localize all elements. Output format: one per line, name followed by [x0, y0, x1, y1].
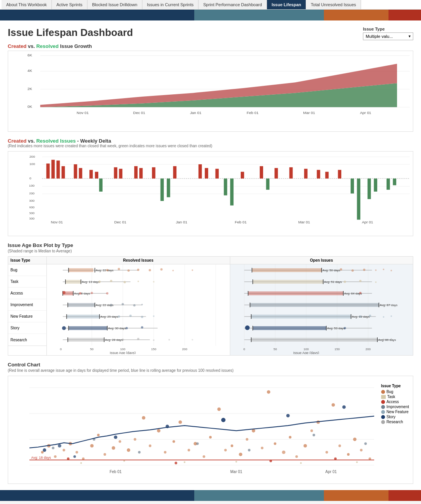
- section3-title: Issue Age Box Plot by Type: [8, 242, 413, 248]
- section1-resolved: Resolved: [36, 43, 59, 49]
- legend-bug: Bug: [381, 390, 409, 394]
- bar-pos-1: [46, 163, 50, 179]
- x-label-dec: Dec 01: [133, 111, 145, 115]
- access-dot-2: [79, 292, 81, 295]
- impr-dot-4: [141, 304, 143, 305]
- x-label-nov: Nov 01: [77, 111, 89, 115]
- stripe-blue: [0, 10, 194, 20]
- research-avg-open: Avg: 86 days: [378, 338, 396, 342]
- delta-y-n300: -300: [29, 199, 35, 202]
- cc-dot-37: [303, 444, 307, 448]
- filter-select-wrap[interactable]: Multiple valu... Bug Task Access Improve…: [363, 32, 413, 40]
- cc-acc-4: [334, 457, 337, 460]
- cc-dot-36: [295, 455, 298, 458]
- cc-dot-26: [224, 449, 227, 451]
- o-nf-dot-4: [390, 315, 392, 317]
- o-access-dot-1: [359, 292, 361, 294]
- delta-y-100: 100: [29, 162, 35, 165]
- cc-dot-9: [97, 434, 100, 436]
- tab-issue-lifespan[interactable]: Issue Lifespan: [267, 0, 306, 9]
- bar-pos-9: [114, 167, 117, 179]
- nf-dot-1: [118, 315, 120, 318]
- access-avg-resolved: Avg: 8 days: [74, 292, 90, 295]
- tab-active-sprints[interactable]: Active Sprints: [52, 0, 87, 9]
- bottom-stripe-orange: [324, 490, 388, 501]
- cc-dot-7: [82, 457, 85, 460]
- cc-dot-42: [339, 444, 341, 447]
- o-bug-dot-5: [383, 269, 384, 270]
- cc-task-4: [235, 461, 237, 462]
- delta-y-n400: -400: [29, 206, 35, 209]
- delta-chart-container: Issue Count Delta 200 100 0 -100 -200 -3…: [8, 151, 413, 236]
- label-task: Task: [8, 276, 46, 288]
- o-story-dot-1: [245, 325, 250, 330]
- y-label-2k: 2K: [27, 87, 33, 90]
- tab-total-unresolved[interactable]: Total Unresolved Issues: [306, 0, 361, 9]
- bar-pos-22: [304, 169, 308, 179]
- issue-type-select[interactable]: Multiple valu... Bug Task Access Improve…: [363, 32, 413, 40]
- section2-created: Created: [8, 138, 26, 144]
- impr-dot-2: [122, 303, 124, 305]
- cc-dot-8: [90, 444, 94, 448]
- bug-box-open: [252, 268, 322, 272]
- box-x-200: 200: [182, 347, 188, 351]
- nf-dot-4: [153, 315, 154, 317]
- improvement-box-resolved: [68, 303, 95, 307]
- growth-chart-svg: 6K 4K 2K 0K Total Issue Count Nov 01 Dec…: [27, 53, 410, 120]
- bug-dot-8: [192, 269, 193, 271]
- section1-created: Created: [8, 43, 26, 49]
- delta-y-n200: -200: [29, 192, 35, 195]
- access-dot-1: [62, 291, 65, 294]
- newfeature-box-open: [251, 315, 351, 318]
- y-label-0k: 0K: [27, 105, 33, 109]
- open-x-50: 50: [273, 347, 277, 351]
- cc-impr-6: [313, 434, 315, 436]
- access-avg-open: Avg: 64 days: [344, 292, 362, 295]
- cc-dot-31: [261, 447, 264, 450]
- task-dot-1: [98, 281, 101, 283]
- bar-pos-11: [134, 166, 138, 179]
- cc-impr-5: [248, 449, 251, 451]
- o-bug-dot-3: [363, 269, 365, 271]
- task-avg-open: Avg: 51 days: [324, 280, 342, 284]
- task-box-open: [253, 280, 323, 284]
- legend-bug-dot: [381, 390, 385, 394]
- res-dot-2: [137, 338, 139, 340]
- cc-dot-43: [347, 453, 350, 456]
- o-nf-dot-2: [369, 315, 371, 317]
- bottom-stripe-red: [388, 490, 421, 501]
- page-title: Issue Lifespan Dashboard: [8, 27, 413, 39]
- section2-header: Created vs. Resolved Issues - Weekly Del…: [8, 138, 413, 148]
- story-avg-resolved: Avg: 30 days: [108, 327, 126, 330]
- tab-issues-current[interactable]: Issues in Current Sprints: [142, 0, 199, 9]
- box-x-0: 0: [60, 347, 62, 351]
- bar-pos-3: [56, 160, 60, 178]
- res-dot-1: [122, 339, 124, 341]
- issue-type-labels: Bug Task Access Improvement New Feature …: [8, 264, 47, 355]
- res-dot-4: [168, 339, 170, 341]
- bug-box-resolved: [68, 268, 93, 272]
- res-dot-3: [153, 339, 154, 341]
- tab-blocked[interactable]: Blocked Issue Drilldown: [87, 0, 142, 9]
- research-box-resolved: [68, 338, 104, 342]
- research-box-open: [251, 338, 377, 342]
- legend-access-dot: [381, 400, 385, 404]
- bar-pos-12: [139, 168, 143, 179]
- resolved-svg: Avg: 22 days Avg: 13 days: [47, 264, 230, 354]
- cc-task-3: [184, 461, 185, 463]
- box-plot-outer: Issue Type Resolved Issues Open Issues B…: [8, 256, 413, 356]
- o-bug-dot-6: [390, 270, 392, 271]
- legend-improvement: Improvement: [381, 405, 409, 409]
- bar-pos-6: [79, 168, 82, 179]
- cc-dot-32: [267, 390, 270, 394]
- section2-vs: vs.: [28, 138, 36, 144]
- cc-dot-14: [134, 438, 137, 441]
- o-task-dot-3: [375, 281, 377, 283]
- nf-dot-2: [129, 315, 132, 317]
- tab-about[interactable]: About This Workbook: [2, 0, 52, 9]
- section4-subtitle: (Red line is overall average issue age i…: [8, 368, 413, 373]
- task-dot-4: [137, 281, 139, 282]
- bar-pos-25: [338, 170, 341, 179]
- tab-sprint-perf[interactable]: Sprint Performance Dashboard: [199, 0, 267, 9]
- cc-dot-34: [282, 451, 286, 454]
